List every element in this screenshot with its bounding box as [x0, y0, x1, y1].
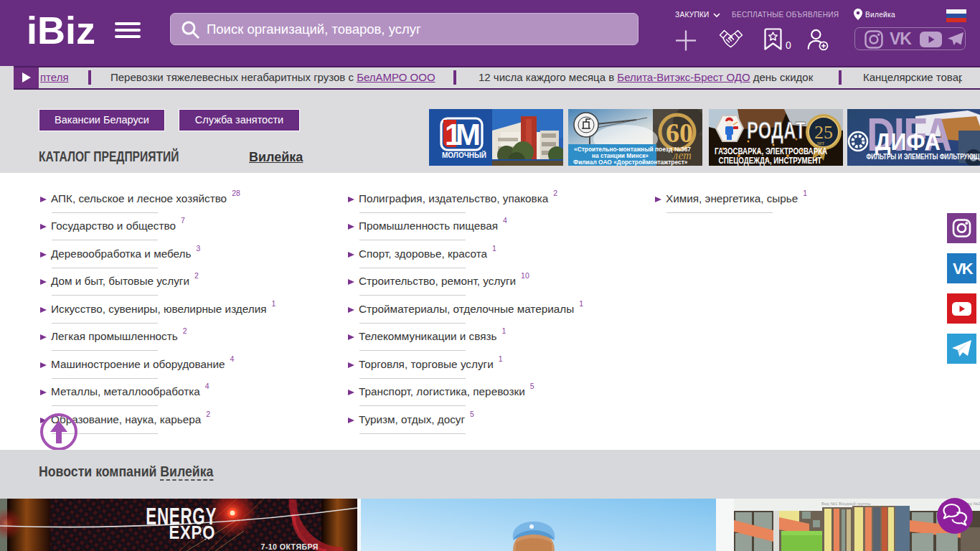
svg-text:ДИФА: ДИФА — [875, 128, 941, 156]
svg-text:ГАЗОСВАРКА, ЭЛЕКТРОСВАРКА: ГАЗОСВАРКА, ЭЛЕКТРОСВАРКА — [715, 146, 827, 156]
svg-text:M: M — [456, 118, 481, 151]
svg-text:7-10 ОКТЯБРЯ: 7-10 ОКТЯБРЯ — [260, 542, 318, 551]
svg-text:ФИЛЬТРЫ И ЭЛЕМЕНТЫ ФИЛЬТРУЮЩИЕ: ФИЛЬТРЫ И ЭЛЕМЕНТЫ ФИЛЬТРУЮЩИЕ — [866, 153, 980, 161]
svg-text:СПЕЦОДЕЖДА, ИНСТРУМЕНТ: СПЕЦОДЕЖДА, ИНСТРУМЕНТ — [719, 156, 822, 165]
svg-text:Вид №1 Входной группы: Вид №1 Входной группы — [821, 501, 870, 506]
svg-text:VK: VK — [953, 260, 974, 278]
svg-text:МОЛОЧНЫЙ: МОЛОЧНЫЙ — [442, 151, 486, 159]
svg-text:РОДАТ: РОДАТ — [747, 117, 806, 143]
svg-text:Филиал ОАО «Дорстроймонтажтрес: Филиал ОАО «Дорстроймонтажтрест» — [573, 159, 688, 166]
svg-text:лет: лет — [816, 140, 825, 146]
svg-text:60: 60 — [666, 118, 693, 148]
